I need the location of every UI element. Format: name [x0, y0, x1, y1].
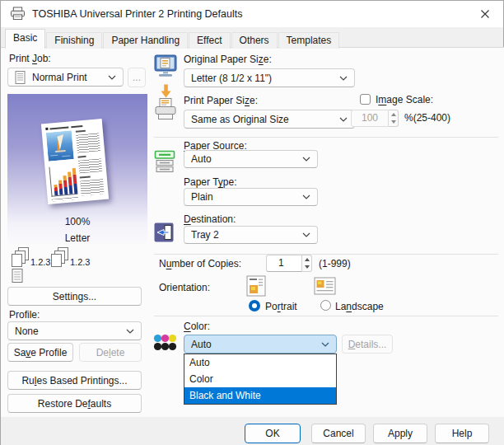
save-profile-button[interactable]: Save Profile — [7, 343, 73, 362]
print-job-more-button: ... — [128, 68, 146, 87]
paper-type-label: Paper Type: — [184, 176, 237, 188]
paper-source-tray-icon — [154, 150, 175, 177]
chevron-down-icon — [321, 342, 329, 347]
spinner-down-icon — [302, 264, 311, 272]
spinner-up-icon — [389, 110, 398, 119]
copies-range: (1-999) — [319, 258, 351, 269]
restore-defaults-button[interactable]: Restore Defaults — [7, 394, 142, 413]
color-option-auto[interactable]: Auto — [184, 354, 336, 371]
help-button[interactable]: Help — [435, 424, 489, 443]
section-divider — [154, 254, 498, 255]
chevron-down-icon — [302, 157, 310, 162]
dialog-footer: OK Cancel Apply Help — [1, 417, 504, 445]
section-divider — [154, 316, 498, 316]
preview-paper-name: Letter — [7, 232, 147, 244]
basic-tab-page: Print Job: Normal Print ... — [1, 47, 504, 417]
close-button[interactable] — [474, 5, 497, 23]
apply-button[interactable]: Apply — [373, 424, 427, 443]
print-paper-size-select[interactable]: Same as Original Size — [184, 110, 355, 129]
tab-paper-handling[interactable]: Paper Handling — [103, 32, 188, 49]
image-scale-label: Image Scale: — [376, 94, 433, 105]
single-page-icon — [12, 269, 23, 286]
preview-zoom-level: 100% — [7, 216, 147, 227]
printer-icon — [10, 7, 26, 24]
print-job-select[interactable]: Normal Print — [7, 68, 124, 87]
cancel-button[interactable]: Cancel — [311, 424, 366, 443]
profile-label: Profile: — [9, 309, 40, 321]
toner-colors-icon — [153, 334, 178, 355]
portrait-radio[interactable] — [249, 300, 260, 312]
color-label: Color: — [184, 321, 210, 332]
print-size-printer-icon — [154, 98, 177, 124]
window-title: TOSHIBA Universal Printer 2 Printing Def… — [32, 1, 242, 27]
chevron-down-icon — [302, 232, 310, 237]
print-paper-size-value: Same as Original Size — [191, 114, 339, 125]
tab-bar: Basic Finishing Paper Handling Effect Ot… — [5, 29, 340, 49]
paper-type-select[interactable]: Plain — [184, 188, 318, 206]
original-paper-size-select[interactable]: Letter (8 1/2 x 11") — [184, 68, 355, 87]
image-scale-checkbox[interactable] — [360, 94, 371, 105]
paper-source-value: Auto — [191, 153, 302, 165]
original-paper-size-value: Letter (8 1/2 x 11") — [191, 73, 339, 84]
print-job-value: Normal Print — [32, 72, 108, 83]
copies-input[interactable]: 1 — [266, 255, 302, 272]
copies-spinner[interactable] — [302, 255, 312, 272]
chevron-down-icon — [108, 75, 116, 80]
image-scale-range: %(25-400) — [404, 112, 450, 124]
print-paper-size-label: Print Paper Size: — [184, 95, 258, 106]
tab-basic[interactable]: Basic — [5, 29, 45, 49]
chevron-down-icon — [302, 194, 310, 199]
ok-button[interactable]: OK — [245, 424, 301, 443]
collate-label-2: 1.2.3 — [70, 257, 90, 267]
chevron-down-icon — [339, 76, 348, 81]
preview-photo — [46, 130, 74, 165]
section-divider — [154, 137, 498, 138]
document-icon — [15, 71, 26, 84]
image-scale-spinner — [389, 110, 399, 127]
spinner-up-icon — [302, 255, 311, 264]
color-dropdown-list: Auto Color Black and White — [184, 354, 337, 405]
tab-others[interactable]: Others — [231, 32, 278, 49]
landscape-page-icon — [314, 277, 336, 298]
chevron-down-icon — [339, 117, 348, 122]
original-paper-size-label: Original Paper Size: — [184, 54, 272, 65]
tab-templates[interactable]: Templates — [278, 32, 340, 49]
destination-select[interactable]: Tray 2 — [184, 226, 318, 244]
chevron-down-icon — [126, 329, 134, 334]
profile-select[interactable]: None — [7, 321, 142, 340]
destination-value: Tray 2 — [191, 229, 302, 241]
details-button: Details... — [342, 335, 393, 354]
paper-type-value: Plain — [191, 191, 302, 203]
print-preview: 100% Letter — [7, 94, 147, 246]
original-size-monitor-icon — [154, 54, 177, 82]
orientation-label: Orientation: — [159, 282, 210, 293]
spinner-down-icon — [389, 119, 398, 127]
image-scale-input: 100 — [351, 110, 389, 127]
number-of-copies-label: Number of Copies: — [159, 258, 241, 269]
preview-bar-chart — [49, 165, 77, 197]
preview-page-thumbnail — [41, 119, 109, 204]
close-icon — [480, 9, 490, 19]
color-option-black-and-white[interactable]: Black and White — [184, 387, 336, 404]
portrait-page-icon — [246, 275, 266, 300]
portrait-radio-label[interactable]: Portrait — [265, 301, 297, 312]
destination-tray-icon — [154, 222, 174, 246]
printing-defaults-dialog: TOSHIBA Universal Printer 2 Printing Def… — [0, 0, 504, 445]
color-select[interactable]: Auto — [184, 335, 337, 354]
landscape-radio[interactable] — [320, 300, 331, 311]
paper-source-select[interactable]: Auto — [184, 150, 318, 168]
color-value: Auto — [191, 339, 321, 350]
profile-value: None — [15, 326, 126, 337]
tab-effect[interactable]: Effect — [189, 32, 230, 49]
print-job-label: Print Job: — [9, 53, 51, 64]
destination-label: Destination: — [184, 213, 236, 225]
landscape-radio-label[interactable]: Landscape — [335, 301, 384, 312]
tab-finishing[interactable]: Finishing — [46, 32, 102, 49]
color-option-color[interactable]: Color — [184, 371, 336, 387]
settings-button[interactable]: Settings... — [7, 287, 142, 306]
collated-pages-icon — [50, 247, 69, 272]
collate-label-1: 1.2.3 — [30, 257, 50, 267]
title-bar: TOSHIBA Universal Printer 2 Printing Def… — [1, 1, 503, 27]
rules-based-printings-button[interactable]: Rules Based Printings... — [7, 371, 142, 390]
delete-profile-button: Delete — [79, 343, 142, 362]
